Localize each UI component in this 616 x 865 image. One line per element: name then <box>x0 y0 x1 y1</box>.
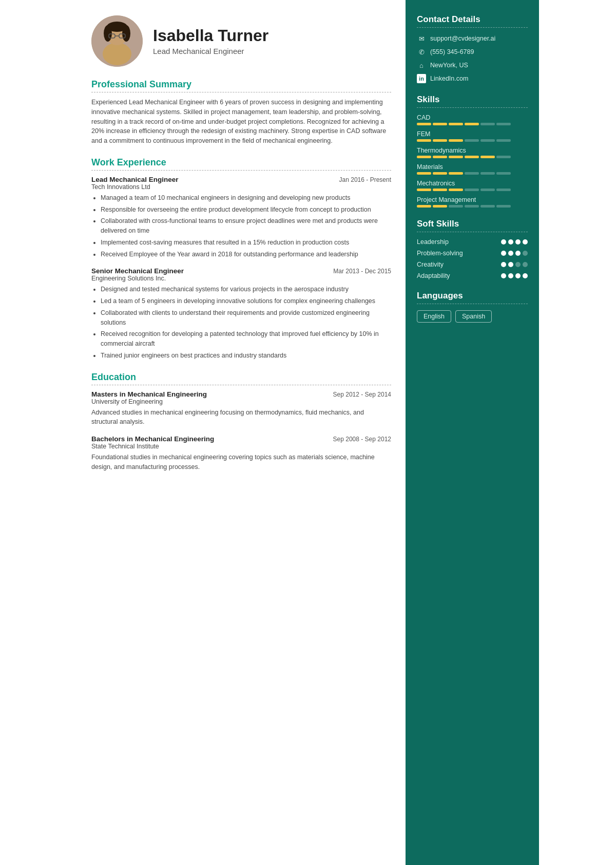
skill-seg <box>449 139 463 142</box>
skill-seg <box>465 156 479 158</box>
bullet: Received Employee of the Year award in 2… <box>101 250 391 259</box>
location-icon: ⌂ <box>417 61 426 70</box>
edu-entry-2: Bachelors in Mechanical Engineering Sep … <box>91 435 391 472</box>
skills-section: Skills CAD FEM <box>417 95 528 208</box>
sidebar: Contact Details ✉ support@cvdesigner.ai … <box>406 0 539 865</box>
skill-seg <box>417 189 431 191</box>
edu-entry-1: Masters in Mechanical Engineering Sep 20… <box>91 390 391 427</box>
edu-entry-2-desc: Foundational studies in mechanical engin… <box>91 453 391 472</box>
dot <box>508 251 513 256</box>
skill-mechatronics-bar <box>417 189 528 191</box>
adaptability-dots <box>501 273 528 278</box>
skill-project-management-name: Project Management <box>417 196 528 203</box>
skill-fem: FEM <box>417 130 528 142</box>
skills-divider <box>417 107 528 108</box>
soft-skill-problem-solving: Problem-solving <box>417 250 528 257</box>
skill-materials-bar <box>417 172 528 175</box>
skill-seg <box>480 123 495 125</box>
svg-point-5 <box>122 25 130 42</box>
skill-cad-name: CAD <box>417 114 528 121</box>
contact-location-text: NewYork, US <box>430 62 468 69</box>
dot <box>501 239 506 245</box>
bullet: Collaborated with cross-functional teams… <box>101 216 391 236</box>
education-divider <box>91 385 391 385</box>
edu-entry-2-institution: State Technical Institute <box>91 443 391 450</box>
contact-email-text: support@cvdesigner.ai <box>430 35 495 42</box>
dot <box>523 251 528 256</box>
language-tags: English Spanish <box>417 310 528 323</box>
phone-icon: ✆ <box>417 47 426 57</box>
skill-seg <box>465 205 479 208</box>
skill-seg <box>449 156 463 158</box>
skill-seg <box>496 205 511 208</box>
soft-skills-divider <box>417 232 528 232</box>
soft-skill-creativity-name: Creativity <box>417 261 444 268</box>
skill-cad-bar <box>417 123 528 125</box>
skill-seg <box>417 172 431 175</box>
skill-seg <box>417 205 431 208</box>
skill-seg <box>480 189 495 191</box>
skill-cad: CAD <box>417 114 528 125</box>
skill-seg <box>449 172 463 175</box>
contact-divider <box>417 27 528 28</box>
summary-text: Experienced Lead Mechanical Engineer wit… <box>91 98 391 146</box>
dot <box>508 273 513 278</box>
dot <box>515 262 521 267</box>
contact-title: Contact Details <box>417 14 528 25</box>
resume-header: Isabella Turner Lead Mechanical Engineer <box>91 15 391 67</box>
work-entry-1-title: Lead Mechanical Engineer <box>91 176 179 183</box>
skill-mechatronics-name: Mechatronics <box>417 180 528 187</box>
work-experience-section: Work Experience Lead Mechanical Engineer… <box>91 157 391 361</box>
skill-seg <box>449 205 463 208</box>
edu-entry-1-institution: University of Engineering <box>91 398 391 405</box>
bullet: Trained junior engineers on best practic… <box>101 351 391 361</box>
skill-seg <box>480 205 495 208</box>
edu-entry-1-date: Sep 2012 - Sep 2014 <box>333 391 391 398</box>
email-icon: ✉ <box>417 34 426 43</box>
bullet: Collaborated with clients to understand … <box>101 308 391 328</box>
soft-skill-problem-solving-name: Problem-solving <box>417 250 463 257</box>
skill-thermodynamics-bar <box>417 156 528 158</box>
contact-phone-text: (555) 345-6789 <box>430 48 474 55</box>
soft-skills-section: Soft Skills Leadership Problem-solving <box>417 219 528 279</box>
dot <box>508 239 513 245</box>
work-entry-2-date: Mar 2013 - Dec 2015 <box>333 268 391 275</box>
skill-seg <box>449 123 463 125</box>
edu-entry-2-date: Sep 2008 - Sep 2012 <box>333 436 391 443</box>
skill-fem-bar <box>417 139 528 142</box>
language-english: English <box>417 310 451 323</box>
skill-seg <box>480 172 495 175</box>
avatar <box>91 15 143 67</box>
languages-section: Languages English Spanish <box>417 291 528 323</box>
skill-seg <box>465 172 479 175</box>
skill-seg <box>465 139 479 142</box>
language-spanish: Spanish <box>455 310 492 323</box>
work-entry-2-header: Senior Mechanical Engineer Mar 2013 - De… <box>91 267 391 275</box>
linkedin-icon: in <box>417 74 426 83</box>
skill-seg <box>496 139 511 142</box>
work-entry-1-company: Tech Innovations Ltd <box>91 183 391 191</box>
contact-linkedin: in LinkedIn.com <box>417 74 528 83</box>
edu-entry-1-desc: Advanced studies in mechanical engineeri… <box>91 408 391 427</box>
skill-seg <box>417 156 431 158</box>
header-text: Isabella Turner Lead Mechanical Engineer <box>153 27 268 55</box>
dot <box>515 239 521 245</box>
work-entry-2-title: Senior Mechanical Engineer <box>91 267 184 275</box>
education-title: Education <box>91 372 391 383</box>
work-entry-2-company: Engineering Solutions Inc. <box>91 275 391 282</box>
soft-skill-adaptability: Adaptability <box>417 272 528 279</box>
bullet: Led a team of 5 engineers in developing … <box>101 296 391 306</box>
edu-entry-2-title: Bachelors in Mechanical Engineering <box>91 435 214 443</box>
skill-mechatronics: Mechatronics <box>417 180 528 191</box>
skill-seg <box>496 123 511 125</box>
edu-entry-1-header: Masters in Mechanical Engineering Sep 20… <box>91 390 391 398</box>
summary-divider <box>91 92 391 92</box>
work-entry-1-header: Lead Mechanical Engineer Jan 2016 - Pres… <box>91 176 391 183</box>
skill-thermodynamics-name: Thermodynamics <box>417 147 528 154</box>
svg-point-4 <box>104 25 112 42</box>
contact-email: ✉ support@cvdesigner.ai <box>417 34 528 43</box>
contact-section: Contact Details ✉ support@cvdesigner.ai … <box>417 14 528 83</box>
languages-title: Languages <box>417 291 528 301</box>
skill-seg <box>433 205 447 208</box>
work-divider <box>91 170 391 171</box>
